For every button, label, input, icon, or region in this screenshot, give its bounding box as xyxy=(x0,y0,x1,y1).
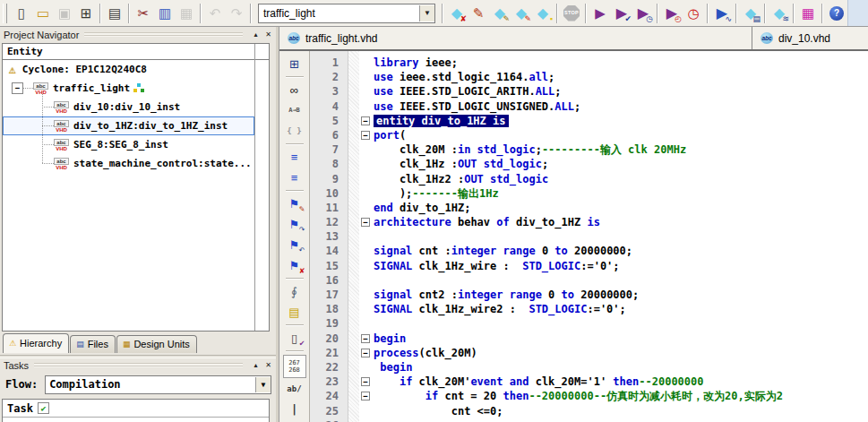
tab-div-10-vhd[interactable]: abc div_10.vhd xyxy=(752,27,868,49)
toggle-bookmark-icon[interactable]: ⚑✎ xyxy=(284,194,305,214)
code-line[interactable]: 21−process(clk_20M) xyxy=(310,346,868,360)
collapse-expander-icon[interactable]: − xyxy=(12,82,23,94)
fold-marker-icon[interactable]: − xyxy=(361,349,370,357)
code-line[interactable]: 14signal cnt :integer range 0 to 2000000… xyxy=(310,244,868,258)
collapse-panel-icon[interactable]: ▴ xyxy=(251,30,261,39)
notes-icon[interactable]: ▤ xyxy=(284,302,305,323)
simulator-icon[interactable]: ▶∿ xyxy=(711,4,733,23)
entity-column-divider[interactable] xyxy=(254,44,255,331)
replace-icon[interactable]: A→B xyxy=(284,100,305,121)
brace-match-icon[interactable]: { } xyxy=(284,121,305,142)
copy-icon[interactable]: ▥ xyxy=(154,4,176,23)
line-number-display[interactable]: 267268 xyxy=(283,355,306,378)
rtl-viewer-icon[interactable]: ◆▤ xyxy=(740,4,761,23)
toolbar-grip[interactable] xyxy=(3,4,7,23)
fold-marker-icon[interactable]: − xyxy=(361,218,370,227)
fold-marker-icon[interactable]: − xyxy=(361,377,370,386)
chip-planner-icon[interactable]: ◆≋ xyxy=(769,4,790,23)
tab-traffic-light-vhd[interactable]: abc traffic_light.vhd xyxy=(279,27,752,49)
code-line[interactable]: 26 xyxy=(310,418,868,422)
timequest-icon[interactable]: ▶◴ xyxy=(661,4,683,23)
fold-marker-icon[interactable]: − xyxy=(361,116,370,125)
new-file-icon[interactable]: ▯ xyxy=(11,4,32,23)
code-line[interactable]: 10 );-------输出1Hz xyxy=(310,186,868,201)
code-line[interactable]: 6−port( xyxy=(310,128,868,142)
code-line[interactable]: 8 clk_1Hz :OUT std_logic; xyxy=(310,157,868,171)
code-line[interactable]: 15SIGNAL clk_1Hz_wire : STD_LOGIC:='0'; xyxy=(310,259,868,273)
code-line[interactable]: 12−architecture behav of div_to_1HZ is xyxy=(310,215,868,229)
next-bookmark-icon[interactable]: ⚑↷ xyxy=(284,214,305,235)
save-all-icon[interactable]: ⊞ xyxy=(75,4,97,23)
tree-item[interactable]: abcVHDdiv_10:div_10_inst xyxy=(3,98,254,116)
previous-bookmark-icon[interactable]: ⚑↶ xyxy=(284,235,305,255)
tree-item[interactable]: abcVHDdiv_to_1HZ:div_to_1HZ_inst xyxy=(3,116,254,135)
close-panel-icon[interactable]: ✕ xyxy=(263,360,273,370)
design-partition-icon[interactable]: ◆▪ xyxy=(532,4,554,23)
insert-template-icon[interactable]: ≡ xyxy=(284,147,305,168)
code-line[interactable]: 23− if clk_20M'event and clk_20M='1' the… xyxy=(310,375,868,389)
fold-marker-icon[interactable]: − xyxy=(361,131,370,140)
code-line[interactable]: 5−entity div_to_1HZ is xyxy=(310,114,868,128)
classic-timing-icon[interactable]: ◷ xyxy=(683,4,704,23)
window-icon[interactable]: ⊞ xyxy=(284,54,305,74)
code-line[interactable]: 9 clk_1Hz2 :OUT std_logic xyxy=(310,172,868,186)
code-line[interactable]: 22 begin xyxy=(310,360,868,375)
assignment-editor-icon[interactable]: ✎ xyxy=(468,4,489,23)
code-line[interactable]: 2use ieee.std_logic_1164.all; xyxy=(310,70,868,84)
code-line[interactable]: 20−begin xyxy=(310,332,868,346)
print-icon[interactable]: ▤ xyxy=(104,4,125,23)
code-line[interactable]: 17signal cnt2 :integer range 0 to 200000… xyxy=(310,288,868,302)
help-icon[interactable]: ? xyxy=(826,4,847,23)
code-area[interactable]: 1library ieee;2use ieee.std_logic_1164.a… xyxy=(310,51,868,422)
collapse-panel-icon[interactable]: ▴ xyxy=(251,360,261,370)
tab-files[interactable]: ▤Files xyxy=(70,335,116,353)
code-line[interactable]: 13 xyxy=(310,229,868,244)
tab-design-units[interactable]: ▦Design Units xyxy=(116,335,197,353)
entity-combobox[interactable]: traffic_light▼ xyxy=(258,4,435,23)
redo-icon[interactable]: ↷ xyxy=(226,4,247,23)
task-column-header[interactable]: Task ✔ xyxy=(3,400,269,418)
stop-icon[interactable]: STOP xyxy=(561,4,582,23)
tab-hierarchy[interactable]: ⚠Hierarchy xyxy=(3,333,69,353)
cursor-icon[interactable]: | xyxy=(284,400,305,420)
chevron-down-icon[interactable]: ▼ xyxy=(255,377,271,392)
indent-icon[interactable]: ≡ xyxy=(284,168,305,188)
save-icon[interactable]: ▣ xyxy=(54,4,75,23)
code-line[interactable]: 16 xyxy=(310,273,868,288)
start-compilation-icon[interactable]: ▶ xyxy=(589,4,611,23)
code-line[interactable]: 4use IEEE.STD_LOGIC_UNSIGNED.ALL; xyxy=(310,99,868,114)
programmer-icon[interactable]: ▦ xyxy=(797,4,819,23)
flow-combobox[interactable]: Compilation ▼ xyxy=(45,375,271,394)
tree-item[interactable]: ⚠Cyclone: EP1C12Q240C8 xyxy=(3,60,254,79)
code-line[interactable]: 11end div_to_1HZ; xyxy=(310,201,868,215)
code-line[interactable]: 3use IEEE.STD_LOGIC_ARITH.ALL; xyxy=(310,84,868,99)
undo-icon[interactable]: ↶ xyxy=(204,4,226,23)
tree-item[interactable]: −abcVHDtraffic_light xyxy=(3,79,254,98)
syntax-ab-icon[interactable]: ab/ xyxy=(284,379,305,400)
attach-icon[interactable]: ∮ xyxy=(284,281,305,302)
code-line[interactable]: 7 clk_20M :in std_logic;---------输入 clk … xyxy=(310,142,868,157)
chevron-down-icon[interactable]: ▼ xyxy=(419,5,434,22)
device-icon[interactable]: ◆✘ xyxy=(446,4,468,23)
clear-bookmarks-icon[interactable]: ⚑✘ xyxy=(284,255,305,276)
settings-icon[interactable]: ◆✎ xyxy=(489,4,511,23)
tree-item[interactable]: abcVHDSEG_8:SEG_8_inst xyxy=(3,135,254,154)
paste-icon[interactable]: ▦ xyxy=(176,4,197,23)
fold-marker-icon[interactable]: − xyxy=(361,334,370,343)
find-icon[interactable]: ∞ xyxy=(284,80,305,100)
entity-column-header[interactable]: Entity xyxy=(3,44,269,60)
cut-icon[interactable]: ✂ xyxy=(133,4,154,23)
tree-item[interactable]: abcVHDstate_machine_control:state... xyxy=(3,154,254,173)
code-line[interactable]: 19 xyxy=(310,316,868,331)
code-line[interactable]: 1library ieee; xyxy=(310,56,868,70)
code-line[interactable]: 25 cnt <=0; xyxy=(310,404,868,418)
close-panel-icon[interactable]: ✕ xyxy=(263,30,273,39)
pin-planner-icon[interactable]: ◆✎ xyxy=(511,4,532,23)
analysis-synthesis-icon[interactable]: ▶✔ xyxy=(611,4,632,23)
analyze-file-icon[interactable]: ▯✔ xyxy=(284,328,305,349)
open-file-icon[interactable]: ▭ xyxy=(32,4,54,23)
code-line[interactable]: 24− if cnt = 20 then--20000000--仿真时为减小耗时… xyxy=(310,389,868,403)
fold-marker-icon[interactable]: − xyxy=(361,392,370,400)
code-line[interactable]: 18SIGNAL clk_1Hz_wire2 : STD_LOGIC:='0'; xyxy=(310,302,868,316)
start-timing-icon[interactable]: ▶◷ xyxy=(632,4,654,23)
